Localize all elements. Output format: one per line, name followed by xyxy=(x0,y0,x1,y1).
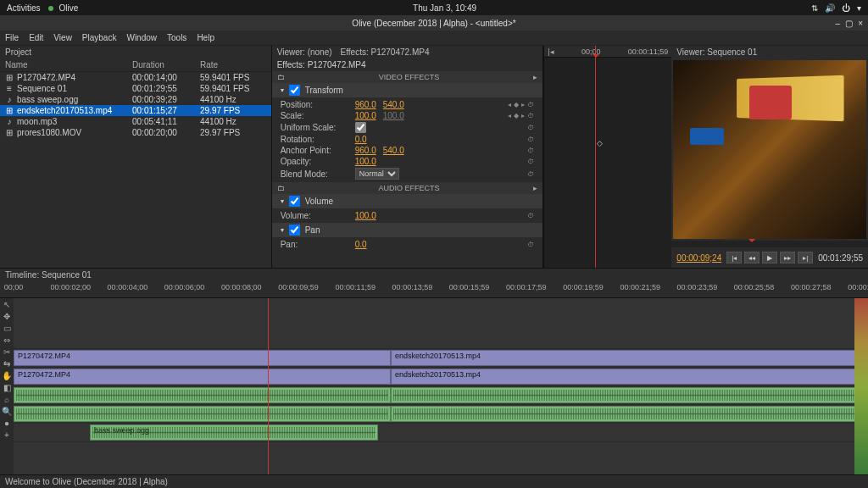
clip-video[interactable]: P1270472.MP4 xyxy=(14,350,391,366)
viewer-scrubber[interactable] xyxy=(671,241,868,247)
folder-icon[interactable]: 🗀 xyxy=(277,73,285,81)
scale-y[interactable]: 100.0 xyxy=(383,111,404,120)
col-rate[interactable]: Rate xyxy=(200,60,266,69)
window-maximize[interactable]: ▢ xyxy=(845,19,853,28)
position-y[interactable]: 540.0 xyxy=(383,100,404,109)
clip-video[interactable]: P1270472.MP4 xyxy=(14,369,391,385)
clip-audio[interactable] xyxy=(391,406,868,422)
timeline-ruler[interactable]: 00;0000:00:02;0000:00:04;0000:00:06;0000… xyxy=(14,281,868,297)
keyframe-diamond[interactable]: ◇ xyxy=(597,139,603,147)
clip-video[interactable]: endsketch20170513.mp4 xyxy=(391,350,868,366)
menu-window[interactable]: Window xyxy=(126,33,157,42)
effects-tab[interactable]: Effects: P1270472.MP4 xyxy=(341,47,430,57)
play-button[interactable]: ▶ xyxy=(762,252,777,263)
network-icon[interactable]: ⇅ xyxy=(811,3,818,13)
chevron-down-icon[interactable]: ▾ xyxy=(857,3,861,13)
transition-tool[interactable]: ◧ xyxy=(2,383,12,393)
keyframe-playhead[interactable] xyxy=(595,46,596,268)
folder-icon[interactable]: 🗀 xyxy=(277,184,285,192)
kf-stopwatch[interactable]: ⏱ xyxy=(527,124,534,131)
kf-stopwatch[interactable]: ⏱ xyxy=(527,212,534,219)
blend-mode-select[interactable]: Normal xyxy=(355,168,399,180)
viewer-timecode-current[interactable]: 00:00:09;24 xyxy=(676,253,721,263)
project-item[interactable]: ⊞prores1080.MOV00:00:20;0029.97 FPS xyxy=(0,127,271,138)
track-a2[interactable] xyxy=(14,405,868,424)
add-effect-icon[interactable]: ▸ xyxy=(533,73,537,81)
clip-video[interactable]: endsketch20170513.mp4 xyxy=(391,369,868,385)
kf-toggle[interactable]: ◆ xyxy=(514,112,519,119)
edit-tool[interactable]: ▭ xyxy=(2,324,12,334)
project-item[interactable]: ⊞P1270472.MP400:00:14;0059.9401 FPS xyxy=(0,72,271,83)
uniform-scale-checkbox[interactable] xyxy=(355,122,366,133)
zoom-tool[interactable]: 🔍 xyxy=(2,407,12,417)
keyframe-ruler-go-start[interactable]: |◂ xyxy=(548,47,554,56)
project-item[interactable]: ⊞endsketch20170513.mp400:01:15;2729.97 F… xyxy=(0,105,271,116)
transform-enabled[interactable] xyxy=(289,85,300,96)
viewer-screen[interactable] xyxy=(673,60,866,239)
menu-tools[interactable]: Tools xyxy=(167,33,186,42)
effects-keyframe-timeline[interactable]: |◂ 00;00 00:00:11;59 ◇ xyxy=(543,46,671,268)
kf-stopwatch[interactable]: ⏱ xyxy=(527,112,534,119)
rotation-value[interactable]: 0.0 xyxy=(355,135,367,144)
volume-section[interactable]: ▾ Volume xyxy=(272,194,543,208)
track-a1[interactable] xyxy=(14,386,868,405)
clip-audio[interactable]: bass sweep.ogg xyxy=(90,424,378,441)
hand-tool[interactable]: ✋ xyxy=(2,371,12,381)
pan-value[interactable]: 0.0 xyxy=(355,240,367,249)
kf-stopwatch[interactable]: ⏱ xyxy=(527,241,534,248)
kf-next[interactable]: ▸ xyxy=(521,101,525,108)
track-a3[interactable]: bass sweep.ogg xyxy=(14,424,868,442)
window-close[interactable]: × xyxy=(858,19,863,28)
timeline-tracks[interactable]: P1270472.MP4 endsketch20170513.mp4 P1270… xyxy=(14,298,868,474)
project-item[interactable]: ≡Sequence 0100:01:29;5559.9401 FPS xyxy=(0,83,271,94)
kf-stopwatch[interactable]: ⏱ xyxy=(527,147,534,154)
position-x[interactable]: 960.0 xyxy=(355,100,376,109)
kf-stopwatch[interactable]: ⏱ xyxy=(527,136,534,143)
pointer-tool[interactable]: ↖ xyxy=(2,300,12,310)
menu-view[interactable]: View xyxy=(53,33,72,42)
razor-tool[interactable]: ✂ xyxy=(2,347,12,358)
track-v2[interactable]: P1270472.MP4 endsketch20170513.mp4 xyxy=(14,349,868,368)
go-start-button[interactable]: |◂ xyxy=(726,252,742,263)
track-v1[interactable]: P1270472.MP4 endsketch20170513.mp4 xyxy=(14,368,868,386)
volume-icon[interactable]: 🔊 xyxy=(825,3,835,13)
anchor-x[interactable]: 960.0 xyxy=(355,146,376,155)
clip-audio[interactable] xyxy=(391,387,868,403)
transform-section[interactable]: ▾ Transform xyxy=(272,83,543,97)
volume-enabled[interactable] xyxy=(289,196,300,207)
kf-toggle[interactable]: ◆ xyxy=(514,101,519,108)
ripple-tool[interactable]: ⇔ xyxy=(2,336,12,346)
step-back-button[interactable]: ◂◂ xyxy=(744,252,760,263)
kf-stopwatch[interactable]: ⏱ xyxy=(527,158,534,165)
move-tool[interactable]: ✥ xyxy=(2,312,12,322)
snap-toggle[interactable]: ⌕ xyxy=(2,395,12,405)
timeline-playhead[interactable] xyxy=(268,298,269,474)
volume-value[interactable]: 100.0 xyxy=(355,211,376,220)
add-track-button[interactable]: + xyxy=(2,430,12,441)
col-duration[interactable]: Duration xyxy=(132,60,200,69)
power-icon[interactable]: ⏻ xyxy=(842,3,850,13)
clip-audio[interactable] xyxy=(14,387,391,403)
step-fwd-button[interactable]: ▸▸ xyxy=(780,252,795,263)
add-effect-icon[interactable]: ▸ xyxy=(533,184,537,192)
activities[interactable]: Activities xyxy=(7,3,40,13)
kf-stopwatch[interactable]: ⏱ xyxy=(527,101,534,108)
viewer-tab-none[interactable]: Viewer: (none) xyxy=(277,47,332,57)
slip-tool[interactable]: ⇆ xyxy=(2,359,12,369)
col-name[interactable]: Name xyxy=(5,60,132,69)
viewer-playhead[interactable] xyxy=(748,239,755,246)
window-minimize[interactable]: – xyxy=(836,19,841,28)
pan-section[interactable]: ▾ Pan xyxy=(272,223,543,237)
kf-next[interactable]: ▸ xyxy=(521,112,525,119)
menu-help[interactable]: Help xyxy=(197,33,214,42)
menu-playback[interactable]: Playback xyxy=(82,33,117,42)
go-end-button[interactable]: ▸| xyxy=(798,252,813,263)
active-app-name[interactable]: Olive xyxy=(58,3,78,13)
opacity-value[interactable]: 100.0 xyxy=(355,157,376,166)
record-button[interactable]: ● xyxy=(2,419,12,429)
kf-prev[interactable]: ◂ xyxy=(508,112,511,119)
menu-file[interactable]: File xyxy=(5,33,19,42)
project-item[interactable]: ♪bass sweep.ogg00:00:39;2944100 Hz xyxy=(0,94,271,105)
system-tray[interactable]: ⇅ 🔊 ⏻ ▾ xyxy=(811,3,861,13)
kf-stopwatch[interactable]: ⏱ xyxy=(527,170,534,178)
